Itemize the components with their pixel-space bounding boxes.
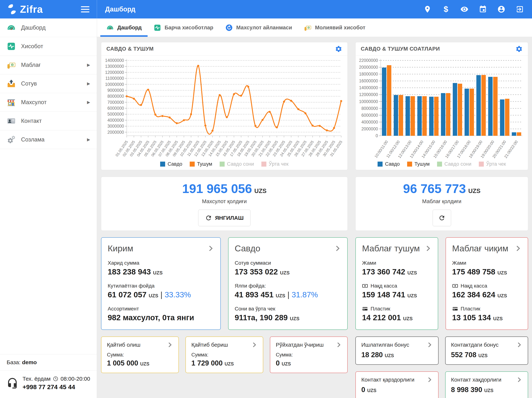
chart-card-savdo-tushum-soatlari: САВДО & ТУШУМ СОАТЛАРИ 02000000400000060… [355,42,528,170]
svg-text:9000000: 9000000 [107,88,124,93]
sidebar-item-label: Созлама [21,136,44,143]
card-savdo[interactable]: Савдо Сотув суммаси 173 353 022 UZS Ялпи… [228,237,348,330]
card-row: Жами 175 489 758 UZS [452,260,522,276]
gauge-icon [7,23,16,32]
legend-item-savdo-soni[interactable]: Савдо сони [437,161,471,167]
settings-gear-icon[interactable] [335,45,342,53]
product-balance-label: Махсулот қолдиғи [202,198,247,204]
legend-item-tushum[interactable]: Тушум [190,161,212,167]
card-mablag-chiqim[interactable]: Маблағ чиқим Жами 175 489 758 UZS Нақд к… [446,237,528,330]
card-row: Кутилаётган фойда 61 072 057 UZS | 33.33… [108,283,214,299]
card-row: Нақд касса 162 384 624 UZS [452,283,522,299]
line-chart: 2000000300000040000005000000600000070000… [105,56,344,160]
sidebar-item-mablag[interactable]: Маблағ ▶ [0,56,97,74]
chevron-right-icon[interactable] [516,342,522,348]
logout-icon[interactable] [516,5,524,13]
card-row: Пластик 14 212 001 UZS [362,306,431,322]
legend-item-tushum[interactable]: Тушум [407,161,430,167]
sidebar-item-sotuv[interactable]: Сотув ▶ [0,74,97,93]
svg-text:6000000: 6000000 [107,106,124,111]
support-info: Тех. ёрдам 08:00-20:00 +998 77 274 45 44 [0,370,97,398]
sidebar-item-dashboard[interactable]: Дашборд [0,19,97,37]
svg-text:11000000: 11000000 [105,76,124,81]
card-kirim[interactable]: Кирим Харид сумма 183 238 943 UZS Кутила… [101,237,221,330]
svg-text:2000000: 2000000 [107,130,124,135]
card-kontakt-haqdorligi[interactable]: Контакт хақдорлиги 8 998 390 UZS [445,371,528,398]
dollar-icon[interactable] [442,5,450,13]
clock-icon [53,376,58,382]
sidebar-item-hisobot[interactable]: Хисобот [0,37,97,56]
sidebar-item-kontakt[interactable]: Контакт [0,112,97,130]
chevron-right-icon[interactable] [515,245,521,252]
svg-text:10000000: 10000000 [105,82,124,87]
id-card-icon [7,116,16,126]
tab-financial-report[interactable]: Молиявий хисобот [298,19,371,37]
support-phone: +998 77 274 45 44 [23,383,90,391]
chevron-right-icon: ▶ [87,63,90,67]
svg-text:4000000: 4000000 [361,120,378,125]
chevron-right-icon[interactable] [427,342,433,348]
card-ruyxatdan-uchirish[interactable]: Рўйхатдан ўчириш Сумма: 0 UZS [270,336,348,373]
tab-dashboard[interactable]: Дашборд [100,19,148,37]
chevron-right-icon[interactable] [208,245,214,252]
sidebar-item-label: Контакт [21,118,42,124]
user-account-icon[interactable] [497,5,505,13]
card-ishlatilgan-bonus[interactable]: Ишлатилган бонус 18 280 UZS [355,336,438,365]
chevron-right-icon[interactable] [334,245,341,252]
bar-chart: 0200000040000006000000800000010000000120… [359,56,524,160]
header-actions [423,5,532,13]
legend-item-savdo[interactable]: Савдо [378,161,400,167]
menu-toggle-button[interactable] [80,5,90,13]
chevron-right-icon: ▶ [87,81,90,86]
svg-text:6000000: 6000000 [361,113,378,118]
card-row: Пластик 13 105 134 UZS [452,306,522,322]
chevron-right-icon[interactable] [167,342,173,348]
tab-all-reports[interactable]: Барча хисоботлар [148,19,219,37]
card-mablag-tushum[interactable]: Маблағ тушум Жами 173 360 742 UZS Нақд к… [355,237,438,330]
card-row: Сотув суммаси 173 353 022 UZS [235,260,341,276]
card-qaytib-berish[interactable]: Қайтиб бериш Сумма: 1 729 000 UZS [185,336,263,373]
sidebar-item-label: Хисобот [21,43,43,50]
legend-item-urta-chek[interactable]: Ўрта чек [479,161,506,167]
legend-item-savdo-soni[interactable]: Савдо сони [220,161,254,167]
svg-text:5000000: 5000000 [107,112,124,117]
sidebar-item-label: Сотув [21,80,37,87]
database-value: demo [22,359,37,365]
sidebar-item-mahsulot[interactable]: Махсулот ▶ [0,93,97,112]
tab-bar: Дашборд Барча хисоботлар Махсулот айланм… [97,19,532,37]
money-icon [304,24,312,32]
card-kontakt-qarzdorligi[interactable]: Контакт қарздорлиги 0 UZS [355,371,438,398]
chevron-right-icon[interactable] [336,342,342,348]
chevron-right-icon[interactable] [427,377,433,383]
chevron-right-icon[interactable] [251,342,257,348]
calendar-icon[interactable] [479,5,487,13]
refresh-products-button[interactable]: ЯНГИЛАШ [198,210,250,226]
chevron-right-icon: ▶ [87,137,90,142]
gauge-icon [106,24,114,32]
eye-icon[interactable] [460,5,469,13]
rotate-icon [225,24,233,32]
svg-text:16000000: 16000000 [359,78,378,83]
location-pin-icon[interactable] [423,5,431,13]
svg-text:8000000: 8000000 [107,94,124,99]
svg-text:7000000: 7000000 [107,100,124,105]
refresh-money-button[interactable] [433,210,451,226]
settings-gear-icon[interactable] [515,45,523,53]
chevron-right-icon[interactable] [516,377,522,383]
main-area: Дашборд Барча хисоботлар Махсулот айланм… [97,19,532,398]
svg-text:8000000: 8000000 [361,106,378,111]
chart-legend: Савдо Тушум Савдо сони Ўрта чек [101,160,348,170]
card-kontaktdagi-bonus[interactable]: Контактдаги бонус 552 708 UZS [445,336,528,365]
card-qaytib-olish[interactable]: Қайтиб олиш Сумма: 1 005 000 UZS [101,336,179,373]
sidebar-item-sozlama[interactable]: Созлама ▶ [0,130,97,149]
support-label: Тех. ёрдам [23,376,51,382]
legend-item-savdo[interactable]: Савдо [160,161,182,167]
cash-icon [452,283,458,289]
chevron-right-icon[interactable] [425,245,431,252]
store-icon [7,98,16,107]
database-row: База: demo [0,354,97,370]
tab-product-turnover[interactable]: Махсулот айланмаси [219,19,298,37]
money-balance-label: Маблағ қолдиғи [422,198,462,204]
legend-item-urta-chek[interactable]: Ўрта чек [261,161,289,167]
zifra-logo-icon [6,4,18,15]
